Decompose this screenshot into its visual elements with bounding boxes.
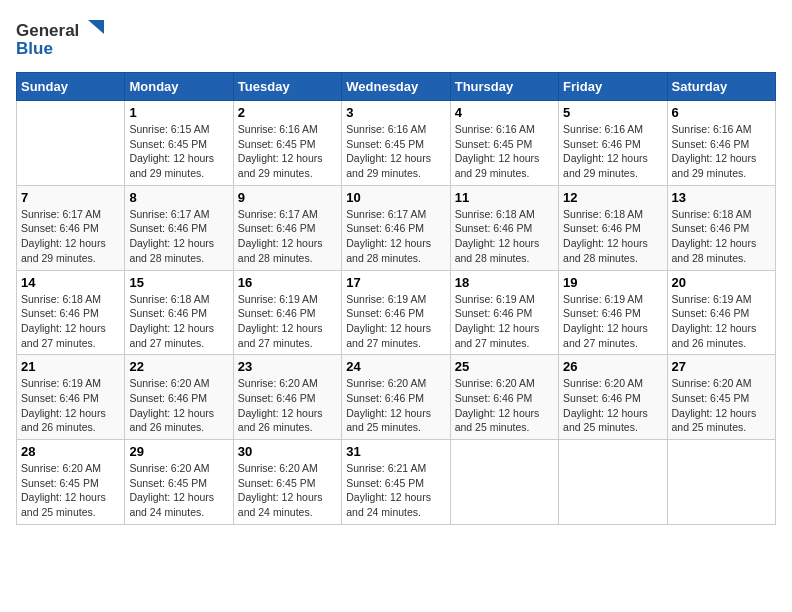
day-number: 19 [563,275,662,290]
day-info: Sunrise: 6:17 AMSunset: 6:46 PMDaylight:… [21,207,120,266]
calendar-cell: 6Sunrise: 6:16 AMSunset: 6:46 PMDaylight… [667,101,775,186]
day-number: 18 [455,275,554,290]
day-number: 3 [346,105,445,120]
day-number: 20 [672,275,771,290]
calendar-cell: 24Sunrise: 6:20 AMSunset: 6:46 PMDayligh… [342,355,450,440]
day-of-week-header: Sunday [17,73,125,101]
day-of-week-header: Thursday [450,73,558,101]
day-number: 15 [129,275,228,290]
day-number: 31 [346,444,445,459]
calendar-cell: 18Sunrise: 6:19 AMSunset: 6:46 PMDayligh… [450,270,558,355]
day-info: Sunrise: 6:20 AMSunset: 6:46 PMDaylight:… [563,376,662,435]
day-number: 7 [21,190,120,205]
day-info: Sunrise: 6:20 AMSunset: 6:46 PMDaylight:… [129,376,228,435]
calendar-cell: 1Sunrise: 6:15 AMSunset: 6:45 PMDaylight… [125,101,233,186]
day-info: Sunrise: 6:20 AMSunset: 6:45 PMDaylight:… [672,376,771,435]
calendar-cell [559,440,667,525]
day-number: 30 [238,444,337,459]
calendar-cell: 25Sunrise: 6:20 AMSunset: 6:46 PMDayligh… [450,355,558,440]
day-number: 12 [563,190,662,205]
day-number: 27 [672,359,771,374]
day-info: Sunrise: 6:19 AMSunset: 6:46 PMDaylight:… [563,292,662,351]
calendar-cell: 20Sunrise: 6:19 AMSunset: 6:46 PMDayligh… [667,270,775,355]
calendar-cell: 2Sunrise: 6:16 AMSunset: 6:45 PMDaylight… [233,101,341,186]
day-number: 11 [455,190,554,205]
calendar-week-row: 1Sunrise: 6:15 AMSunset: 6:45 PMDaylight… [17,101,776,186]
day-info: Sunrise: 6:18 AMSunset: 6:46 PMDaylight:… [672,207,771,266]
day-info: Sunrise: 6:18 AMSunset: 6:46 PMDaylight:… [21,292,120,351]
day-info: Sunrise: 6:19 AMSunset: 6:46 PMDaylight:… [672,292,771,351]
day-of-week-header: Friday [559,73,667,101]
day-info: Sunrise: 6:19 AMSunset: 6:46 PMDaylight:… [21,376,120,435]
calendar-cell: 21Sunrise: 6:19 AMSunset: 6:46 PMDayligh… [17,355,125,440]
day-number: 26 [563,359,662,374]
calendar-cell: 13Sunrise: 6:18 AMSunset: 6:46 PMDayligh… [667,185,775,270]
day-number: 28 [21,444,120,459]
day-number: 6 [672,105,771,120]
day-number: 4 [455,105,554,120]
day-of-week-header: Saturday [667,73,775,101]
day-number: 13 [672,190,771,205]
day-info: Sunrise: 6:17 AMSunset: 6:46 PMDaylight:… [346,207,445,266]
calendar-cell: 26Sunrise: 6:20 AMSunset: 6:46 PMDayligh… [559,355,667,440]
day-number: 22 [129,359,228,374]
day-info: Sunrise: 6:19 AMSunset: 6:46 PMDaylight:… [346,292,445,351]
day-number: 21 [21,359,120,374]
day-info: Sunrise: 6:16 AMSunset: 6:45 PMDaylight:… [346,122,445,181]
calendar-cell: 29Sunrise: 6:20 AMSunset: 6:45 PMDayligh… [125,440,233,525]
day-info: Sunrise: 6:18 AMSunset: 6:46 PMDaylight:… [455,207,554,266]
day-number: 23 [238,359,337,374]
calendar-cell: 5Sunrise: 6:16 AMSunset: 6:46 PMDaylight… [559,101,667,186]
day-of-week-header: Wednesday [342,73,450,101]
calendar-week-row: 14Sunrise: 6:18 AMSunset: 6:46 PMDayligh… [17,270,776,355]
day-number: 9 [238,190,337,205]
day-number: 14 [21,275,120,290]
day-info: Sunrise: 6:19 AMSunset: 6:46 PMDaylight:… [238,292,337,351]
calendar-cell: 14Sunrise: 6:18 AMSunset: 6:46 PMDayligh… [17,270,125,355]
calendar-cell [17,101,125,186]
day-info: Sunrise: 6:18 AMSunset: 6:46 PMDaylight:… [129,292,228,351]
calendar-cell: 4Sunrise: 6:16 AMSunset: 6:45 PMDaylight… [450,101,558,186]
calendar-cell: 3Sunrise: 6:16 AMSunset: 6:45 PMDaylight… [342,101,450,186]
calendar-cell: 12Sunrise: 6:18 AMSunset: 6:46 PMDayligh… [559,185,667,270]
calendar-cell: 11Sunrise: 6:18 AMSunset: 6:46 PMDayligh… [450,185,558,270]
day-number: 16 [238,275,337,290]
calendar-cell: 19Sunrise: 6:19 AMSunset: 6:46 PMDayligh… [559,270,667,355]
day-info: Sunrise: 6:20 AMSunset: 6:45 PMDaylight:… [21,461,120,520]
calendar-table: SundayMondayTuesdayWednesdayThursdayFrid… [16,72,776,525]
day-number: 1 [129,105,228,120]
calendar-week-row: 7Sunrise: 6:17 AMSunset: 6:46 PMDaylight… [17,185,776,270]
day-info: Sunrise: 6:17 AMSunset: 6:46 PMDaylight:… [129,207,228,266]
day-number: 5 [563,105,662,120]
logo: GeneralBlue [16,16,106,60]
calendar-cell: 28Sunrise: 6:20 AMSunset: 6:45 PMDayligh… [17,440,125,525]
day-info: Sunrise: 6:16 AMSunset: 6:45 PMDaylight:… [238,122,337,181]
calendar-cell: 7Sunrise: 6:17 AMSunset: 6:46 PMDaylight… [17,185,125,270]
day-number: 25 [455,359,554,374]
day-info: Sunrise: 6:20 AMSunset: 6:46 PMDaylight:… [238,376,337,435]
day-of-week-header: Tuesday [233,73,341,101]
svg-text:Blue: Blue [16,39,53,58]
day-of-week-header: Monday [125,73,233,101]
calendar-cell: 9Sunrise: 6:17 AMSunset: 6:46 PMDaylight… [233,185,341,270]
calendar-cell: 27Sunrise: 6:20 AMSunset: 6:45 PMDayligh… [667,355,775,440]
day-info: Sunrise: 6:20 AMSunset: 6:46 PMDaylight:… [346,376,445,435]
calendar-header-row: SundayMondayTuesdayWednesdayThursdayFrid… [17,73,776,101]
calendar-cell: 22Sunrise: 6:20 AMSunset: 6:46 PMDayligh… [125,355,233,440]
day-info: Sunrise: 6:16 AMSunset: 6:46 PMDaylight:… [563,122,662,181]
page-header: GeneralBlue [16,16,776,60]
calendar-cell: 8Sunrise: 6:17 AMSunset: 6:46 PMDaylight… [125,185,233,270]
calendar-cell [667,440,775,525]
day-number: 29 [129,444,228,459]
day-info: Sunrise: 6:16 AMSunset: 6:46 PMDaylight:… [672,122,771,181]
day-info: Sunrise: 6:20 AMSunset: 6:45 PMDaylight:… [129,461,228,520]
calendar-cell: 23Sunrise: 6:20 AMSunset: 6:46 PMDayligh… [233,355,341,440]
day-number: 17 [346,275,445,290]
calendar-week-row: 21Sunrise: 6:19 AMSunset: 6:46 PMDayligh… [17,355,776,440]
calendar-cell [450,440,558,525]
day-number: 24 [346,359,445,374]
day-number: 2 [238,105,337,120]
day-info: Sunrise: 6:18 AMSunset: 6:46 PMDaylight:… [563,207,662,266]
calendar-week-row: 28Sunrise: 6:20 AMSunset: 6:45 PMDayligh… [17,440,776,525]
day-info: Sunrise: 6:19 AMSunset: 6:46 PMDaylight:… [455,292,554,351]
